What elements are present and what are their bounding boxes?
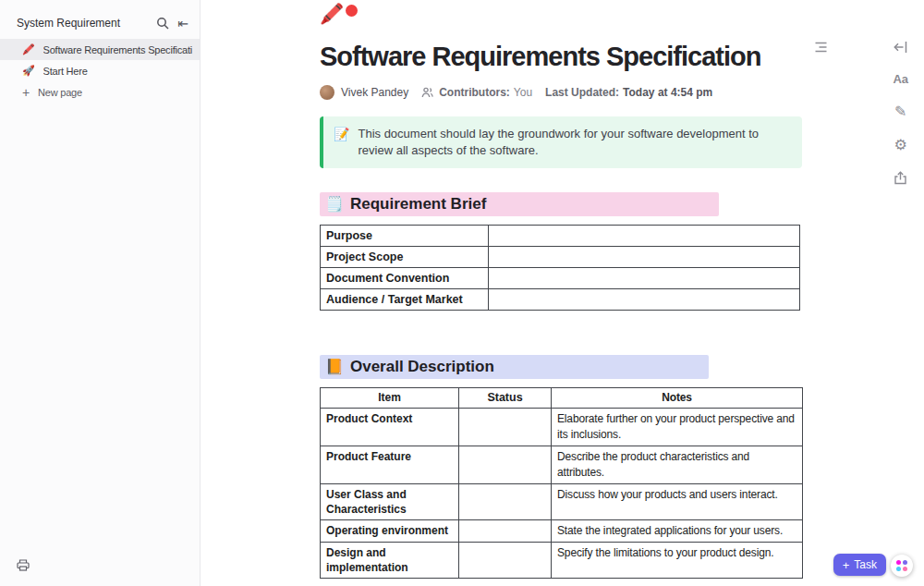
orange-book-icon: 📙 bbox=[325, 359, 344, 374]
cell-item[interactable]: Product Context bbox=[321, 408, 459, 446]
callout[interactable]: 📝 This document should lay the groundwor… bbox=[320, 116, 802, 168]
heading-highlight: 📙Overall Description bbox=[320, 355, 709, 379]
doc-meta-row: Vivek Pandey Contributors: You Last Upda… bbox=[320, 85, 800, 100]
crayon-icon: 🖍️ bbox=[22, 43, 35, 55]
col-header-notes[interactable]: Notes bbox=[552, 387, 803, 408]
sidebar-item-label: Software Requirements Specification bbox=[43, 44, 192, 55]
author-name: Vivek Pandey bbox=[341, 86, 408, 99]
table-header-row: Item Status Notes bbox=[321, 387, 803, 408]
section-title: Overall Description bbox=[350, 358, 494, 375]
new-page-button[interactable]: + New page bbox=[0, 81, 200, 103]
contributors-label: Contributors: bbox=[439, 86, 510, 99]
table-row: Project Scope bbox=[321, 246, 800, 267]
table-row: Design and implementation Specify the li… bbox=[321, 542, 803, 578]
table-cell-label[interactable]: Audience / Target Market bbox=[321, 288, 489, 310]
table-cell-label[interactable]: Purpose bbox=[321, 225, 489, 246]
last-updated-label: Last Updated: bbox=[545, 86, 619, 99]
add-task-button[interactable]: + Task bbox=[833, 554, 886, 576]
sidebar-item-label: Start Here bbox=[43, 66, 88, 77]
cell-item[interactable]: Design and implementation bbox=[321, 542, 459, 578]
plus-icon: + bbox=[843, 559, 850, 571]
cell-notes[interactable]: Specify the limitations to your product … bbox=[552, 542, 803, 578]
plus-icon: + bbox=[22, 86, 30, 99]
cell-status[interactable] bbox=[459, 408, 552, 446]
table-row: User Class and Characteristics Discuss h… bbox=[321, 483, 803, 519]
table-row: Audience / Target Market bbox=[321, 288, 800, 310]
search-icon[interactable] bbox=[156, 17, 169, 30]
print-icon[interactable] bbox=[17, 558, 30, 575]
contributors-icon bbox=[421, 87, 433, 98]
table-row: Document Convention bbox=[321, 267, 800, 288]
font-settings-icon[interactable]: Aa bbox=[893, 72, 908, 86]
settings-sparkle-icon[interactable]: ⚙ bbox=[894, 138, 907, 153]
page-title[interactable]: Software Requirements Specification bbox=[320, 39, 800, 74]
cell-status[interactable] bbox=[459, 519, 552, 542]
cell-status[interactable] bbox=[459, 483, 552, 519]
sidebar-title: System Requirement bbox=[17, 17, 148, 30]
heading-highlight: 🗒️Requirement Brief bbox=[320, 192, 719, 216]
page-icon-row: 🖍️ bbox=[320, 4, 800, 30]
notepad-icon: 🗒️ bbox=[325, 196, 344, 212]
task-button-label: Task bbox=[854, 558, 877, 571]
sidebar-item-start-here[interactable]: 🚀 Start Here bbox=[0, 60, 200, 81]
cell-notes[interactable]: Discuss how your products and users inte… bbox=[552, 483, 803, 519]
red-dot-icon bbox=[346, 5, 358, 17]
document-canvas: 🖍️ Software Requirements Specification V… bbox=[201, 0, 924, 586]
table-row: Product Context Elaborate further on you… bbox=[321, 408, 803, 446]
cell-notes[interactable]: Describe the product characteristics and… bbox=[552, 446, 803, 483]
share-icon[interactable] bbox=[894, 171, 907, 185]
cell-item[interactable]: Product Feature bbox=[321, 446, 459, 483]
cell-status[interactable] bbox=[459, 542, 552, 578]
requirement-brief-table: Purpose Project Scope Document Conventio… bbox=[320, 225, 800, 311]
table-row: Purpose bbox=[321, 225, 800, 246]
col-header-status[interactable]: Status bbox=[459, 387, 552, 408]
cell-item[interactable]: User Class and Characteristics bbox=[321, 483, 459, 519]
table-cell-value[interactable] bbox=[489, 288, 800, 310]
table-cell-label[interactable]: Document Convention bbox=[321, 267, 489, 288]
collapse-sidebar-icon[interactable]: ⇤ bbox=[177, 17, 188, 30]
section-title: Requirement Brief bbox=[350, 195, 486, 213]
author-avatar[interactable] bbox=[320, 85, 334, 100]
col-header-item[interactable]: Item bbox=[321, 387, 459, 408]
clickup-ai-button[interactable] bbox=[891, 555, 913, 577]
sidebar-item-srs-doc[interactable]: 🖍️ Software Requirements Specification bbox=[0, 39, 200, 60]
sidebar-header: System Requirement ⇤ bbox=[0, 0, 200, 39]
sidebar: System Requirement ⇤ 🖍️ Software Require… bbox=[0, 0, 201, 586]
table-row: Operating environment State the integrat… bbox=[321, 519, 803, 542]
last-updated-value: Today at 4:54 pm bbox=[623, 86, 712, 99]
cell-notes[interactable]: State the integrated applications for yo… bbox=[552, 519, 803, 542]
clickup-dots-icon bbox=[896, 560, 907, 571]
collapse-panel-icon[interactable] bbox=[894, 41, 907, 54]
document-content: 🖍️ Software Requirements Specification V… bbox=[320, 0, 800, 579]
section-heading-brief[interactable]: 🗒️Requirement Brief bbox=[320, 192, 800, 216]
section-heading-overall[interactable]: 📙Overall Description bbox=[320, 355, 800, 379]
rocket-icon: 🚀 bbox=[22, 65, 35, 77]
page-crayon-icon[interactable]: 🖍️ bbox=[320, 4, 344, 24]
callout-text: This document should lay the groundwork … bbox=[358, 126, 789, 159]
new-page-label: New page bbox=[38, 87, 82, 98]
table-row: Product Feature Describe the product cha… bbox=[321, 446, 803, 483]
overall-description-table: Item Status Notes Product Context Elabor… bbox=[320, 387, 803, 579]
cell-item[interactable]: Operating environment bbox=[321, 519, 459, 542]
right-toolbar: Aa ✎ ⚙ bbox=[893, 41, 908, 185]
table-cell-value[interactable] bbox=[489, 246, 800, 267]
table-cell-value[interactable] bbox=[489, 225, 800, 246]
cell-notes[interactable]: Elaborate further on your product perspe… bbox=[552, 408, 803, 446]
outline-list-icon[interactable] bbox=[814, 41, 828, 57]
memo-icon: 📝 bbox=[334, 126, 349, 159]
cell-status[interactable] bbox=[459, 446, 552, 483]
table-cell-value[interactable] bbox=[489, 267, 800, 288]
table-cell-label[interactable]: Project Scope bbox=[321, 246, 489, 267]
contributors-value: You bbox=[514, 86, 532, 99]
pencil-icon[interactable]: ✎ bbox=[894, 104, 906, 119]
